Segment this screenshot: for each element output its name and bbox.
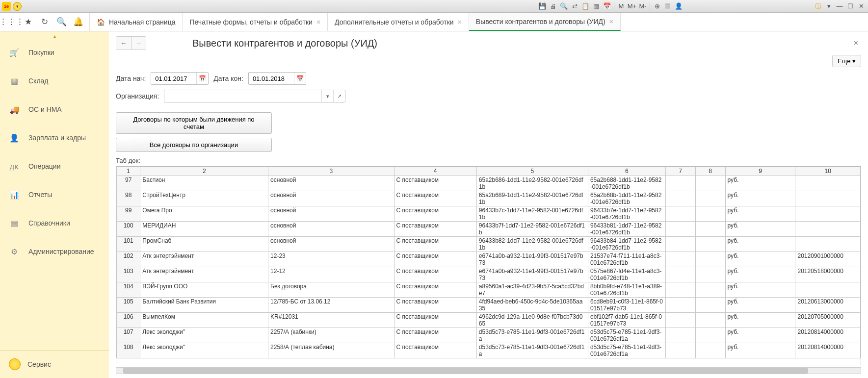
cell[interactable]: руб. <box>725 237 795 252</box>
cell[interactable]: 97 <box>117 176 140 191</box>
cell[interactable]: d53d5c75-e785-11e1-9df3-001e6726df1a <box>588 328 665 343</box>
column-header[interactable]: 5 <box>476 167 588 176</box>
cell[interactable]: Балтийский Банк Развития <box>140 298 268 313</box>
history-icon[interactable]: ↻ <box>36 13 53 31</box>
cell[interactable]: KR#12031 <box>268 313 395 328</box>
clipboard-icon[interactable]: 📋 <box>580 1 590 11</box>
cell[interactable] <box>695 328 725 343</box>
cell[interactable]: основной <box>268 206 395 222</box>
cell[interactable]: МЕРИДИАН <box>140 222 268 237</box>
cell[interactable] <box>665 282 695 298</box>
cell[interactable]: 96433b7c-1dd7-11e2-9582-001e6726df1b <box>476 206 588 222</box>
cell[interactable]: 20120613000000 <box>795 298 861 313</box>
tab-export-contractors[interactable]: Вывести контрагентов и договоры (УИД) × <box>469 13 621 31</box>
cell[interactable]: СтройТехЦентр <box>140 191 268 206</box>
cell[interactable] <box>665 252 695 267</box>
search-icon[interactable]: 🔍 <box>53 13 70 31</box>
sidebar-item-hr[interactable]: 👤 Зарплата и кадры <box>0 124 109 152</box>
cell[interactable]: e6741a0b-a932-11e1-99f3-001517e97b73 <box>476 267 588 282</box>
maximize-icon[interactable]: ☐ <box>845 1 855 11</box>
dropdown-icon[interactable]: ▾ <box>321 90 333 102</box>
cell[interactable]: С поставщиком <box>394 237 476 252</box>
cell[interactable] <box>795 222 861 237</box>
minimize-icon[interactable]: — <box>835 1 844 11</box>
favorite-icon[interactable]: ★ <box>20 13 36 31</box>
cell[interactable]: Атк энтертэйнмент <box>140 267 268 282</box>
column-header[interactable]: 10 <box>795 167 861 176</box>
sidebar-item-operations[interactable]: дᴋ Операции <box>0 152 109 180</box>
cell[interactable]: Омега Про <box>140 206 268 222</box>
cell[interactable]: d53d5c75-e785-11e1-9df3-001e6726df1a <box>588 343 665 358</box>
cell[interactable]: 20120814000000 <box>795 343 861 358</box>
app-menu-dropdown[interactable]: ▾ <box>13 2 22 11</box>
sidebar-item-reports[interactable]: 📊 Отчеты <box>0 180 109 209</box>
open-icon[interactable]: ↗ <box>333 90 345 102</box>
cell[interactable]: Без договора <box>268 282 395 298</box>
tab-home[interactable]: 🏠 Начальная страница <box>90 13 183 31</box>
cell[interactable]: ebf102f7-dab5-11e1-865f-001517e97b73 <box>588 313 665 328</box>
cell[interactable]: 21537e74-f711-11e1-a8c3-001e6726df1b <box>588 252 665 267</box>
cell[interactable]: С поставщиком <box>394 328 476 343</box>
cell[interactable]: 107 <box>117 328 140 343</box>
bell-icon[interactable]: 🔔 <box>70 13 86 31</box>
cell[interactable] <box>795 176 861 191</box>
apps-icon[interactable]: ⋮⋮⋮ <box>3 13 20 31</box>
cell[interactable]: руб. <box>725 222 795 237</box>
cell[interactable]: 96433b7e-1dd7-11e2-9582-001e6726df1b <box>588 206 665 222</box>
column-header[interactable]: 8 <box>695 167 725 176</box>
cell[interactable] <box>695 313 725 328</box>
cell[interactable]: Атк энтертэйнмент <box>140 252 268 267</box>
cell[interactable]: руб. <box>725 191 795 206</box>
table-row[interactable]: 97БастионосновнойС поставщиком65a2b686-1… <box>117 176 861 191</box>
cell[interactable]: 6cd8eb91-c0f3-11e1-865f-001517e97b73 <box>588 298 665 313</box>
cell[interactable]: руб. <box>725 328 795 343</box>
table-row[interactable]: 106ВымпелКомKR#12031С поставщиком4962dc9… <box>117 313 861 328</box>
cell[interactable] <box>665 328 695 343</box>
cell[interactable]: С поставщиком <box>394 176 476 191</box>
table-row[interactable]: 98СтройТехЦентросновнойС поставщиком65a2… <box>117 191 861 206</box>
cell[interactable]: 65a2b68b-1dd1-11e2-9582-001e6726df1b <box>588 191 665 206</box>
cell[interactable]: 2258/А (теплая кабина) <box>268 343 395 358</box>
cell[interactable]: 0575e867-fd4e-11e1-a8c3-001e6726df1b <box>588 267 665 282</box>
cell[interactable] <box>665 191 695 206</box>
calendar-icon[interactable]: 📅 <box>602 1 612 11</box>
cell[interactable]: 20120518000000 <box>795 267 861 282</box>
cell[interactable]: руб. <box>725 343 795 358</box>
cell[interactable]: d53d5c73-e785-11e1-9df3-001e6726df1a <box>476 343 588 358</box>
cell[interactable]: 65a2b689-1dd1-11e2-9582-001e6726df1b <box>476 191 588 206</box>
cell[interactable]: С поставщиком <box>394 191 476 206</box>
user-icon[interactable]: 👤 <box>674 1 684 11</box>
cell[interactable]: e6741a0b-a932-11e1-99f3-001517e97b73 <box>476 252 588 267</box>
cell[interactable]: 105 <box>117 298 140 313</box>
dropdown-icon[interactable]: ▾ <box>824 1 834 11</box>
sidebar-item-assets[interactable]: 🚚 ОС и НМА <box>0 95 109 124</box>
cell[interactable] <box>795 191 861 206</box>
cell[interactable]: 96433b81-1dd7-11e2-9582-001e6726df1b <box>588 222 665 237</box>
column-header[interactable]: 7 <box>665 167 695 176</box>
contracts-with-movements-button[interactable]: Договоры по которым были движения по сче… <box>116 112 272 134</box>
table-row[interactable]: 108Лекс эколоджи"2258/А (теплая кабина)С… <box>117 343 861 358</box>
cell[interactable]: основной <box>268 176 395 191</box>
cell[interactable]: ВымпелКом <box>140 313 268 328</box>
cell[interactable] <box>665 313 695 328</box>
info-icon[interactable]: ⓘ <box>813 1 823 11</box>
column-header[interactable]: 4 <box>394 167 476 176</box>
cell[interactable]: основной <box>268 222 395 237</box>
cell[interactable]: 20120814000000 <box>795 328 861 343</box>
cell[interactable] <box>695 298 725 313</box>
sidebar-item-catalogs[interactable]: ▤ Справочники <box>0 209 109 237</box>
cell[interactable]: основной <box>268 237 395 252</box>
list-icon[interactable]: ☰ <box>663 1 673 11</box>
cell[interactable]: 65a2b686-1dd1-11e2-9582-001e6726df1b <box>476 176 588 191</box>
cell[interactable]: 106 <box>117 313 140 328</box>
cell[interactable]: С поставщиком <box>394 222 476 237</box>
cell[interactable] <box>665 176 695 191</box>
preview-icon[interactable]: 🔍 <box>559 1 569 11</box>
cell[interactable] <box>695 267 725 282</box>
column-header[interactable]: 2 <box>140 167 268 176</box>
table-row[interactable]: 99Омега ПроосновнойС поставщиком96433b7c… <box>117 206 861 222</box>
cell[interactable] <box>695 282 725 298</box>
cell[interactable]: С поставщиком <box>394 252 476 267</box>
all-contracts-button[interactable]: Все договоры по организации <box>116 138 272 152</box>
cell[interactable]: 65a2b688-1dd1-11e2-9582-001e6726df1b <box>588 176 665 191</box>
